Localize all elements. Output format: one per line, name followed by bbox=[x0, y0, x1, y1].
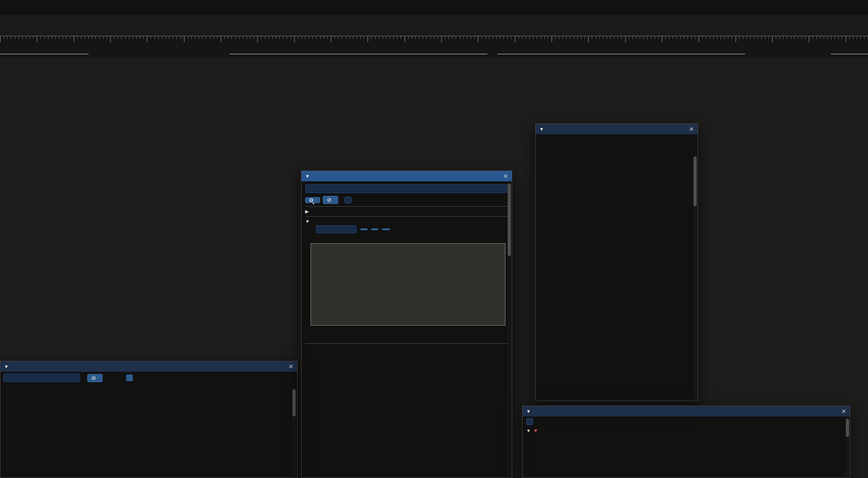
decrease-bin-button[interactable] bbox=[360, 228, 368, 230]
frame-separator-row[interactable] bbox=[0, 50, 868, 58]
search-input[interactable] bbox=[305, 184, 507, 193]
frames-overview-strip[interactable] bbox=[0, 15, 868, 35]
find-zone-scrollbar[interactable] bbox=[507, 183, 511, 477]
collapse-icon[interactable]: ▼ bbox=[4, 364, 9, 369]
histogram-section-header[interactable]: ▼ bbox=[305, 219, 508, 224]
memory-window[interactable]: ▼ ✕ ▼ ♥ bbox=[522, 406, 850, 478]
limit-to-view-button[interactable] bbox=[126, 374, 133, 381]
close-icon[interactable]: ✕ bbox=[689, 126, 694, 133]
collapse-icon[interactable]: ▼ bbox=[539, 127, 544, 132]
find-zone-window[interactable]: ▼ ✕ ⊘ ▶ ▼ bbox=[301, 170, 512, 478]
zone-info-window[interactable]: ▼ ✕ bbox=[535, 123, 698, 401]
memory-titlebar[interactable]: ▼ ✕ bbox=[523, 406, 850, 416]
histogram-axis bbox=[311, 326, 505, 341]
zone-info-scrollbar[interactable] bbox=[693, 156, 697, 400]
increase-bin-button[interactable] bbox=[371, 228, 378, 230]
clear-button[interactable]: ⊘ bbox=[323, 196, 338, 204]
main-toolbar bbox=[0, 0, 868, 14]
histogram-options[interactable] bbox=[305, 233, 508, 241]
allocations-icon: ♥ bbox=[534, 427, 537, 434]
collapse-icon[interactable]: ▼ bbox=[526, 428, 531, 433]
statistics-window[interactable]: ▼ ✕ ⊘ bbox=[0, 361, 297, 478]
restrict-time-checkbox[interactable] bbox=[526, 418, 533, 425]
frame-line bbox=[497, 54, 745, 54]
frame-line bbox=[831, 54, 868, 54]
search-icon bbox=[310, 198, 313, 202]
matched-source-locations[interactable]: ▶ bbox=[305, 209, 508, 214]
statistics-titlebar[interactable]: ▼ ✕ bbox=[0, 361, 297, 372]
close-icon[interactable]: ✕ bbox=[503, 173, 508, 180]
ignore-case-checkbox[interactable] bbox=[344, 197, 351, 204]
frame-line bbox=[230, 54, 487, 54]
statistics-scrollbar[interactable] bbox=[292, 388, 296, 477]
memory-scrollbar[interactable] bbox=[845, 418, 849, 477]
close-icon[interactable]: ✕ bbox=[841, 408, 846, 415]
find-zone-histogram[interactable] bbox=[311, 243, 505, 326]
filter-input[interactable] bbox=[3, 374, 80, 382]
time-ruler-labels bbox=[0, 43, 868, 50]
min-bin-input[interactable] bbox=[316, 225, 357, 233]
collapse-icon[interactable]: ▼ bbox=[305, 174, 310, 179]
find-button[interactable] bbox=[305, 197, 320, 203]
time-ruler bbox=[0, 36, 868, 43]
frame-line bbox=[0, 54, 89, 54]
reset-button[interactable] bbox=[382, 228, 390, 230]
close-icon[interactable]: ✕ bbox=[288, 363, 293, 370]
clear-filter-button[interactable]: ⊘ bbox=[87, 374, 103, 382]
zone-info-titlebar[interactable]: ▼ ✕ bbox=[536, 124, 698, 134]
find-zone-titlebar[interactable]: ▼ ✕ bbox=[302, 171, 512, 181]
collapse-icon[interactable]: ▼ bbox=[526, 409, 531, 414]
